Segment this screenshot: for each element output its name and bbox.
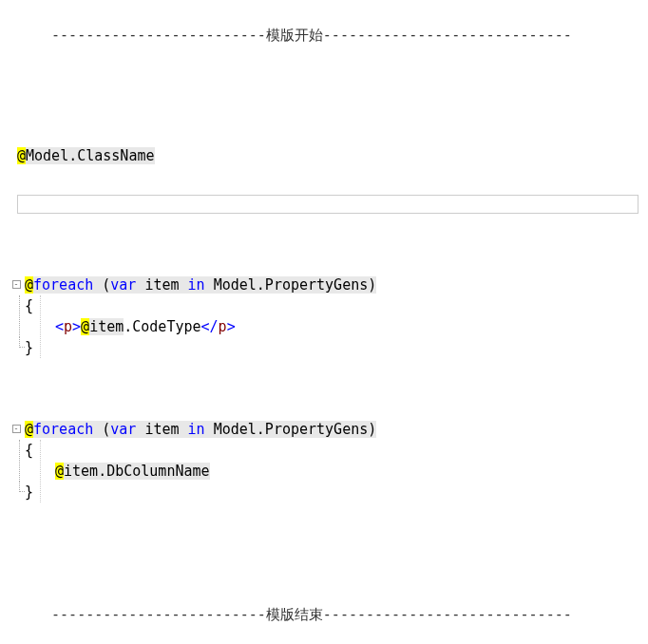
fold-gutter[interactable]: - <box>8 419 25 440</box>
paren-open: ( <box>93 421 110 438</box>
minus-fold-icon[interactable]: - <box>12 425 21 433</box>
paren-open: ( <box>93 276 110 294</box>
keyword-in: in <box>188 276 205 294</box>
keyword-var: var <box>110 276 136 294</box>
rest-expr: Model.PropertyGens) <box>205 276 377 294</box>
inner-item: item <box>89 318 124 335</box>
footer-text: -------------------------模版结束-----------… <box>51 606 572 623</box>
tag-close-open: </ <box>201 318 219 335</box>
item-text: item <box>136 421 187 438</box>
fold-gutter[interactable]: - <box>8 275 25 295</box>
p-tag-line[interactable]: <p>@item.CodeType</p> <box>25 316 648 337</box>
model-expression: Model.ClassName <box>26 147 154 164</box>
inner-codetype: .CodeType <box>124 318 200 335</box>
brace-close-line[interactable]: } <box>25 482 648 502</box>
inner-at: @ <box>81 318 89 335</box>
model-classname-section: @Model.ClassName <box>17 145 648 166</box>
razor-at: @ <box>17 147 26 164</box>
horizontal-rule-box[interactable] <box>17 195 638 214</box>
item-dbcolumn-line[interactable]: @item.DbColumnName <box>25 461 648 482</box>
minus-fold-icon[interactable]: - <box>12 280 21 289</box>
foreach-section-1: -@foreach (var item in Model.PropertyGen… <box>8 275 648 358</box>
inner-at: @ <box>55 463 64 480</box>
item-text: item <box>136 276 187 294</box>
brace-open: { <box>25 442 33 459</box>
brace-open-line[interactable]: { <box>25 295 648 316</box>
brace-close-line[interactable]: } <box>25 337 648 358</box>
tag-final-gt: > <box>227 318 236 335</box>
tag-gt: > <box>72 318 81 335</box>
template-header-divider: -------------------------模版开始-----------… <box>34 4 648 46</box>
razor-at: @ <box>25 421 33 438</box>
foreach-section-2: -@foreach (var item in Model.PropertyGen… <box>8 419 648 502</box>
keyword-foreach: foreach <box>33 276 93 294</box>
tag-close-p: p <box>219 318 227 335</box>
tag-open-bracket: < <box>55 318 64 335</box>
brace-open-line[interactable]: { <box>25 440 648 461</box>
inner-dbcolumn: .DbColumnName <box>98 463 209 480</box>
rest-expr: Model.PropertyGens) <box>205 421 377 438</box>
keyword-foreach: foreach <box>33 421 93 438</box>
brace-close: } <box>25 483 33 501</box>
fold-guide-line <box>19 440 20 482</box>
fold-guide-line <box>19 295 20 337</box>
keyword-in: in <box>188 421 205 438</box>
template-footer-divider: -------------------------模版结束-----------… <box>34 583 572 625</box>
tag-p: p <box>64 318 72 335</box>
brace-open: { <box>25 297 33 314</box>
brace-close: } <box>25 339 33 356</box>
code-line-model[interactable]: @Model.ClassName <box>17 145 648 166</box>
keyword-var: var <box>110 421 136 438</box>
header-text: -------------------------模版开始-----------… <box>51 27 572 44</box>
foreach-line-1[interactable]: -@foreach (var item in Model.PropertyGen… <box>8 275 648 295</box>
razor-at: @ <box>25 276 33 294</box>
foreach-line-2[interactable]: -@foreach (var item in Model.PropertyGen… <box>8 419 648 440</box>
inner-item: item <box>64 463 98 480</box>
